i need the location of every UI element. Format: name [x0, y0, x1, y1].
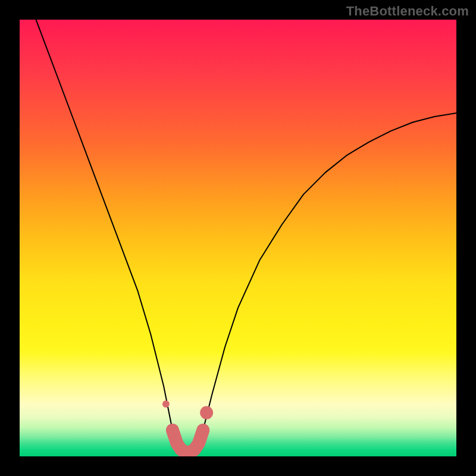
bottleneck-curve: [20, 20, 456, 452]
plot-area: [20, 20, 456, 456]
highlight-curve: [173, 430, 203, 452]
highlight-dot-left: [162, 400, 170, 408]
highlight-dot-right: [200, 406, 213, 419]
curve-layer: [20, 20, 456, 456]
chart-frame: TheBottleneck.com: [0, 0, 476, 476]
watermark-text: TheBottleneck.com: [346, 4, 469, 19]
